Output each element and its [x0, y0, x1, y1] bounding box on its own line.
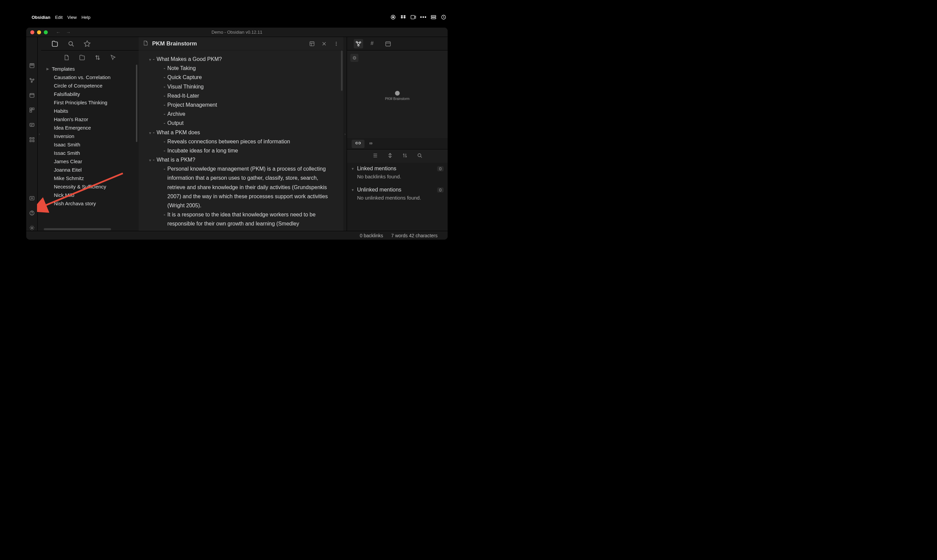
calendar-tab-icon[interactable]: [385, 40, 391, 47]
linked-mentions-header[interactable]: ▼ Linked mentions 0: [351, 166, 444, 172]
zoom-window-button[interactable]: [44, 30, 48, 34]
edit-menu[interactable]: Edit: [55, 15, 63, 20]
outline-item[interactable]: -Output: [142, 118, 335, 128]
new-note-icon[interactable]: [63, 54, 70, 61]
file-item[interactable]: James Clear: [44, 157, 138, 166]
svg-point-21: [31, 198, 33, 199]
vault-icon[interactable]: [29, 195, 35, 201]
show-context-icon[interactable]: [387, 152, 393, 160]
note-title[interactable]: PKM Brainstorm: [152, 40, 197, 47]
file-item[interactable]: Hanlon's Razor: [44, 115, 138, 123]
file-item[interactable]: Necessity & Sufficiency: [44, 182, 138, 191]
outline-item[interactable]: ▼-What Makes a Good PKM?: [142, 54, 335, 64]
editor-content[interactable]: ▼-What Makes a Good PKM?-Note Taking-Qui…: [138, 51, 343, 231]
menubar-more-icon[interactable]: •••: [421, 14, 426, 20]
file-item[interactable]: Nick Milo: [44, 191, 138, 199]
outline-item[interactable]: -Quick Capture: [142, 73, 335, 82]
preview-mode-icon[interactable]: [309, 41, 315, 47]
plugin-icon[interactable]: [29, 137, 35, 143]
outline-item[interactable]: -Project Management: [142, 100, 335, 109]
file-item[interactable]: Causation vs. Correlation: [44, 73, 138, 82]
outline-item[interactable]: ▼-What is a PKM?: [142, 155, 335, 164]
app-menu[interactable]: Obsidian: [32, 15, 51, 20]
daily-note-icon[interactable]: [29, 92, 35, 98]
editor-scrollbar[interactable]: [341, 51, 343, 91]
outline-item[interactable]: -Note Taking: [142, 64, 335, 73]
file-item[interactable]: First Principles Thinking: [44, 98, 138, 107]
backlinks-count[interactable]: 0 backlinks: [360, 233, 383, 238]
outline-item[interactable]: -Read-It-Later: [142, 91, 335, 100]
file-item[interactable]: Circle of Competence: [44, 82, 138, 90]
fold-caret-icon[interactable]: ▼: [148, 155, 153, 163]
outline-item[interactable]: -Visual Thinking: [142, 82, 335, 91]
collapse-results-icon[interactable]: [372, 153, 378, 160]
file-item[interactable]: Nish Archava story: [44, 199, 138, 208]
control-center-icon[interactable]: [431, 14, 436, 20]
file-item[interactable]: Idea Emergence: [44, 123, 138, 132]
graph-view-icon[interactable]: [29, 77, 35, 83]
folder-templates[interactable]: ▶ Templates: [44, 65, 138, 73]
file-item[interactable]: Issac Smith: [44, 149, 138, 157]
graph-settings-icon[interactable]: ⚙: [350, 54, 358, 62]
more-options-icon[interactable]: [333, 41, 339, 47]
file-item[interactable]: Isaac Smith: [44, 140, 138, 149]
right-collapse-handle[interactable]: ›: [343, 37, 347, 231]
close-tab-icon[interactable]: [321, 41, 327, 47]
minimize-window-button[interactable]: [37, 30, 41, 34]
files-tab-icon[interactable]: [51, 40, 58, 48]
local-graph-view[interactable]: ⚙ PKM Brainstorm: [347, 51, 448, 138]
svg-point-24: [31, 227, 33, 229]
star-tab-icon[interactable]: [83, 40, 91, 48]
clock-icon[interactable]: [441, 14, 446, 20]
left-collapse-handle[interactable]: ‹: [38, 37, 41, 231]
search-backlinks-icon[interactable]: [417, 152, 423, 160]
nav-forward-button[interactable]: →: [66, 29, 71, 35]
dropbox-icon[interactable]: [400, 14, 406, 20]
screen-record-icon[interactable]: [411, 14, 416, 20]
close-window-button[interactable]: [30, 30, 34, 34]
sort-icon[interactable]: [94, 54, 101, 61]
settings-icon[interactable]: [29, 225, 35, 231]
fold-caret-icon: [158, 82, 163, 85]
file-item[interactable]: Habits: [44, 107, 138, 115]
outline-item[interactable]: -Archive: [142, 109, 335, 118]
unlinked-mentions-header[interactable]: ▼ Unlinked mentions 0: [351, 187, 444, 193]
file-item[interactable]: Inversion: [44, 132, 138, 140]
graph-node[interactable]: PKM Brainstorm: [385, 91, 409, 101]
tags-tab-icon[interactable]: #: [371, 40, 377, 47]
linked-count-badge: 0: [437, 166, 444, 171]
help-icon[interactable]: [29, 210, 35, 216]
outline-text: Reveals connections between pieces of in…: [167, 137, 290, 146]
file-item[interactable]: Joanna Eitel: [44, 166, 138, 174]
file-item[interactable]: Mike Schmitz: [44, 174, 138, 182]
sort-backlinks-icon[interactable]: [402, 152, 408, 160]
menubar-app-icon[interactable]: [391, 14, 396, 20]
svg-rect-16: [29, 138, 31, 139]
fold-caret-icon[interactable]: ▼: [148, 54, 153, 63]
bullet-dash: -: [163, 137, 165, 146]
new-folder-icon[interactable]: [79, 54, 86, 61]
help-menu[interactable]: Help: [82, 15, 91, 20]
file-item[interactable]: Falsifiability: [44, 90, 138, 98]
outline-item[interactable]: -It is a response to the idea that knowl…: [142, 210, 335, 228]
local-graph-tab-icon[interactable]: [354, 39, 363, 48]
graph-node-label: PKM Brainstorm: [385, 97, 409, 101]
nav-back-button[interactable]: ←: [56, 29, 61, 35]
sidebar-hscroll[interactable]: [44, 228, 111, 230]
fold-caret-icon[interactable]: ▼: [148, 128, 153, 136]
sidebar-scrollbar[interactable]: [136, 65, 137, 142]
outline-item[interactable]: -Personal knowledge management (PKM) is …: [142, 164, 335, 210]
search-tab-icon[interactable]: [67, 40, 75, 48]
command-palette-icon[interactable]: [29, 122, 35, 128]
outgoing-links-tab-icon[interactable]: [365, 140, 377, 148]
view-menu[interactable]: View: [67, 15, 77, 20]
outline-item[interactable]: ▼-What a PKM does: [142, 128, 335, 137]
outline-item[interactable]: -Reveals connections between pieces of i…: [142, 137, 335, 146]
outline-text: What Makes a Good PKM?: [157, 54, 222, 64]
bullet-dash: -: [163, 146, 165, 155]
cursor-icon: [110, 54, 117, 61]
backlinks-tab-icon[interactable]: [352, 140, 365, 148]
templates-icon[interactable]: [29, 107, 35, 113]
quick-switcher-icon[interactable]: [29, 63, 35, 69]
outline-item[interactable]: -Incubate ideas for a long time: [142, 146, 335, 155]
